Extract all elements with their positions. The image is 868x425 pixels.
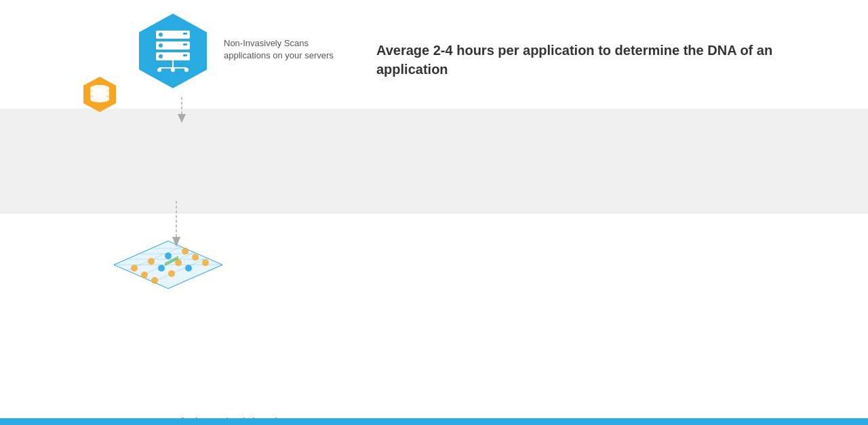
svg-marker-47 [172, 237, 180, 247]
svg-point-37 [141, 272, 148, 278]
bottom-bar [0, 418, 868, 425]
row1: Non-Invasively Scans applications on you… [0, 0, 868, 109]
svg-point-38 [158, 265, 165, 272]
svg-point-20 [90, 96, 109, 103]
svg-point-8 [159, 54, 163, 58]
main-container: Non-Invasively Scans applications on you… [0, 0, 868, 425]
svg-point-5 [159, 43, 163, 48]
svg-rect-3 [183, 33, 187, 35]
svg-point-2 [159, 33, 163, 37]
svg-rect-6 [183, 43, 187, 45]
row1-heading: Average 2-4 hours per application to det… [376, 41, 783, 79]
svg-point-44 [202, 259, 209, 266]
svg-marker-0 [139, 14, 207, 88]
connector-2 [163, 201, 190, 251]
svg-point-34 [148, 258, 155, 265]
svg-rect-9 [183, 54, 187, 56]
server-hex-icon [132, 10, 214, 92]
svg-marker-22 [178, 114, 186, 123]
svg-point-41 [151, 277, 158, 284]
orange-db-icon [80, 75, 119, 114]
svg-point-14 [184, 68, 189, 72]
svg-point-35 [165, 253, 172, 259]
svg-point-43 [185, 265, 192, 272]
svg-point-33 [131, 265, 138, 272]
svg-point-13 [171, 68, 175, 72]
svg-point-40 [192, 254, 199, 261]
svg-point-42 [168, 270, 175, 277]
server-label: Non-Invasively Scans applications on you… [224, 37, 334, 62]
connector-1 [168, 97, 195, 127]
row2: Dynamic Customizable Knowledge Fabric [0, 109, 868, 214]
svg-point-12 [157, 68, 161, 72]
